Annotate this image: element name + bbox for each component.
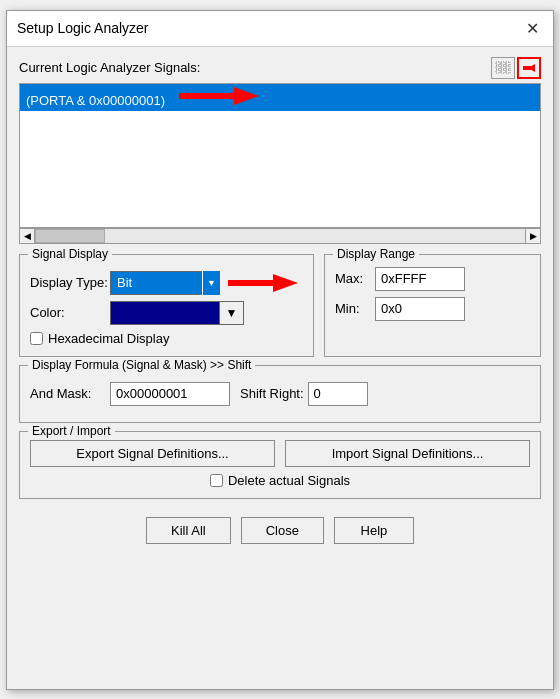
and-mask-label: And Mask: <box>30 386 110 401</box>
signals-list[interactable]: (PORTA & 0x00000001) <box>19 83 541 228</box>
svg-rect-7 <box>501 70 505 73</box>
svg-rect-13 <box>228 280 273 286</box>
export-import-title: Export / Import <box>28 424 115 438</box>
min-input[interactable] <box>375 297 465 321</box>
min-label: Min: <box>335 301 375 316</box>
delete-signals-checkbox[interactable] <box>210 474 223 487</box>
svg-rect-6 <box>496 70 500 73</box>
svg-rect-3 <box>496 66 500 69</box>
hex-display-label: Hexadecimal Display <box>48 331 169 346</box>
svg-rect-1 <box>501 62 505 65</box>
scroll-left-button[interactable]: ◀ <box>19 228 35 244</box>
close-window-button[interactable]: ✕ <box>522 19 543 38</box>
display-type-dropdown-container: Bit Analog ▼ <box>110 271 220 295</box>
import-signal-button[interactable]: Import Signal Definitions... <box>285 440 530 467</box>
svg-rect-10 <box>523 66 531 70</box>
shift-right-label: Shift Right: <box>240 386 304 401</box>
red-arrow-overlay <box>179 93 259 108</box>
max-row: Max: <box>335 267 530 291</box>
hex-display-row: Hexadecimal Display <box>30 331 303 346</box>
color-picker-button[interactable]: ▼ <box>220 301 244 325</box>
close-dialog-button[interactable]: Close <box>241 517 324 544</box>
middle-sections-row: Signal Display Display Type: Bit Analog … <box>19 254 541 357</box>
hex-display-checkbox[interactable] <box>30 332 43 345</box>
scroll-track[interactable] <box>35 228 525 244</box>
footer-buttons: Kill All Close Help <box>19 509 541 552</box>
display-type-row: Display Type: Bit Analog ▼ <box>30 271 303 295</box>
signal-display-title: Signal Display <box>28 247 112 261</box>
main-window: Setup Logic Analyzer ✕ Current Logic Ana… <box>6 10 554 690</box>
red-arrow-display-type <box>228 274 298 295</box>
delete-signals-row: Delete actual Signals <box>30 473 530 488</box>
window-title: Setup Logic Analyzer <box>17 20 149 36</box>
shift-right-input[interactable] <box>308 382 368 406</box>
and-mask-input[interactable] <box>110 382 230 406</box>
min-row: Min: <box>335 297 530 321</box>
scroll-right-button[interactable]: ▶ <box>525 228 541 244</box>
display-range-group: Display Range Max: Min: <box>324 254 541 357</box>
signal-item[interactable]: (PORTA & 0x00000001) <box>20 84 540 111</box>
max-input[interactable] <box>375 267 465 291</box>
horizontal-scrollbar[interactable]: ◀ ▶ <box>19 228 541 244</box>
delete-signal-button[interactable] <box>517 57 541 79</box>
svg-rect-0 <box>496 62 500 65</box>
svg-rect-11 <box>179 93 234 99</box>
display-range-inner: Max: Min: <box>335 263 530 321</box>
color-preview[interactable] <box>110 301 220 325</box>
content-area: Current Logic Analyzer Signals: <box>7 47 553 562</box>
shift-right-row: Shift Right: <box>240 382 368 406</box>
svg-rect-4 <box>501 66 505 69</box>
delete-signals-label: Delete actual Signals <box>228 473 350 488</box>
and-mask-row: And Mask: <box>30 382 230 406</box>
red-arrow-signal <box>179 87 259 105</box>
signals-list-wrapper: (PORTA & 0x00000001) ◀ <box>19 83 541 244</box>
svg-rect-2 <box>506 62 510 65</box>
max-label: Max: <box>335 271 375 286</box>
signal-text: (PORTA & 0x00000001) <box>26 93 165 108</box>
svg-marker-14 <box>273 274 298 292</box>
svg-rect-8 <box>506 70 510 73</box>
export-signal-button[interactable]: Export Signal Definitions... <box>30 440 275 467</box>
export-import-group: Export / Import Export Signal Definition… <box>19 431 541 499</box>
svg-marker-12 <box>234 87 259 105</box>
display-range-title: Display Range <box>333 247 419 261</box>
scroll-thumb[interactable] <box>35 229 105 243</box>
signals-section: Current Logic Analyzer Signals: <box>19 57 541 244</box>
signals-header: Current Logic Analyzer Signals: <box>19 57 541 79</box>
kill-all-button[interactable]: Kill All <box>146 517 231 544</box>
signal-display-group: Signal Display Display Type: Bit Analog … <box>19 254 314 357</box>
export-import-buttons-row: Export Signal Definitions... Import Sign… <box>30 440 530 467</box>
add-signal-icon <box>495 61 511 75</box>
help-button[interactable]: Help <box>334 517 414 544</box>
red-arrow-display <box>228 274 298 292</box>
display-type-label: Display Type: <box>30 275 110 290</box>
display-type-select[interactable]: Bit Analog <box>110 271 220 295</box>
title-bar: Setup Logic Analyzer ✕ <box>7 11 553 47</box>
signals-label: Current Logic Analyzer Signals: <box>19 60 200 75</box>
add-signal-button[interactable] <box>491 57 515 79</box>
formula-title: Display Formula (Signal & Mask) >> Shift <box>28 358 255 372</box>
formula-group: Display Formula (Signal & Mask) >> Shift… <box>19 365 541 423</box>
svg-rect-5 <box>506 66 510 69</box>
delete-signal-icon <box>521 61 537 75</box>
color-label: Color: <box>30 305 110 320</box>
signals-toolbar <box>491 57 541 79</box>
color-row: Color: ▼ <box>30 301 303 325</box>
